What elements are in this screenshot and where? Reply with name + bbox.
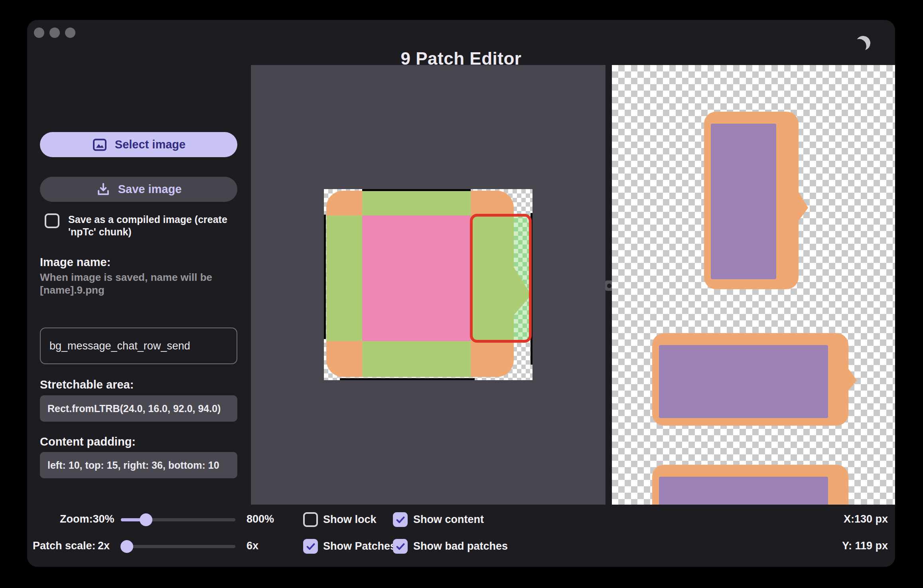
preview-bubble-clipped [652, 465, 848, 505]
content-marker-bottom [340, 378, 475, 380]
app-window: 9 Patch Editor Select image Save image [27, 20, 895, 567]
image-name-heading: Image name: [40, 256, 110, 269]
patch-corner-bottom-right [471, 341, 514, 377]
check-icon [395, 541, 406, 552]
preview-content-area [659, 477, 828, 505]
check-icon [395, 514, 406, 525]
title-bar: 9 Patch Editor [27, 20, 895, 65]
window-close-button[interactable] [34, 28, 44, 38]
patch-scale-slider-thumb[interactable] [120, 540, 133, 553]
show-content-checkbox[interactable] [393, 512, 408, 527]
show-bad-patches-label: Show bad patches [413, 540, 508, 552]
patch-scale-value: 2x [98, 540, 110, 552]
preview-bubble-wide [652, 333, 848, 426]
show-lock-label: Show lock [323, 513, 377, 526]
show-lock-checkbox[interactable] [303, 512, 318, 527]
preview-tail [798, 191, 808, 222]
content-area-center [362, 215, 471, 341]
content-padding-value: left: 10, top: 15, right: 36, bottom: 10 [40, 452, 237, 478]
patch-corner-top-right [471, 191, 514, 215]
save-image-button[interactable]: Save image [40, 177, 237, 202]
compile-checkbox-row: Save as a compiled image (create 'npTc' … [45, 213, 232, 238]
save-image-label: Save image [118, 183, 182, 196]
stretchable-area-value: Rect.fromLTRB(24.0, 16.0, 92.0, 94.0) [40, 395, 237, 422]
show-patches-checkbox[interactable] [303, 539, 318, 554]
download-icon [96, 182, 111, 197]
preview-panel [612, 65, 895, 505]
show-bad-patches-checkbox[interactable] [393, 539, 408, 554]
nine-patch-image[interactable] [324, 189, 532, 380]
status-bar: Zoom:30% 800% Show lock Show content X:1… [27, 505, 895, 567]
show-content-label: Show content [413, 513, 484, 526]
preview-bubble-tall [704, 112, 799, 289]
select-image-label: Select image [115, 138, 185, 151]
patch-scale-label: Patch scale: [33, 540, 96, 552]
patch-scale-max-label: 6x [247, 540, 258, 552]
compile-checkbox[interactable] [45, 213, 59, 228]
stretch-area-bottom [362, 341, 471, 377]
image-name-input[interactable] [40, 328, 237, 364]
preview-content-area [711, 124, 776, 279]
bad-patch-outline [470, 214, 532, 343]
preview-tail [848, 368, 857, 391]
patch-corner-bottom-left [326, 341, 362, 377]
sidebar: Select image Save image Save as a compil… [27, 65, 251, 505]
stretch-area-left [326, 215, 362, 341]
editor-canvas[interactable] [251, 65, 605, 505]
patch-marker-left [324, 215, 326, 339]
show-patches-label: Show Patches [323, 540, 396, 552]
patch-marker-top [362, 189, 471, 191]
select-image-button[interactable]: Select image [40, 132, 237, 157]
zoom-slider[interactable] [121, 518, 235, 521]
patch-scale-slider[interactable] [121, 545, 235, 548]
zoom-slider-thumb[interactable] [140, 513, 152, 526]
preview-content-area [659, 345, 828, 418]
window-minimize-button[interactable] [49, 28, 60, 38]
zoom-label: Zoom:30% [60, 513, 114, 525]
image-name-hint: When image is saved, name will be [name]… [40, 271, 215, 296]
image-icon [92, 137, 108, 153]
theme-toggle-button[interactable] [854, 34, 873, 53]
cursor-x-readout: X:130 px [784, 513, 888, 525]
content-padding-heading: Content padding: [40, 435, 136, 448]
window-zoom-button[interactable] [65, 28, 75, 38]
moon-icon [855, 35, 872, 51]
check-icon [305, 541, 316, 552]
zoom-max-label: 800% [247, 513, 274, 525]
compile-checkbox-label: Save as a compiled image (create 'npTc' … [68, 213, 232, 238]
stretchable-area-heading: Stretchable area: [40, 378, 134, 391]
cursor-y-readout: Y: 119 px [784, 540, 888, 552]
patch-corner-top-left [326, 191, 362, 215]
stretch-area-top [362, 191, 471, 215]
drag-handle-icon [607, 284, 611, 288]
